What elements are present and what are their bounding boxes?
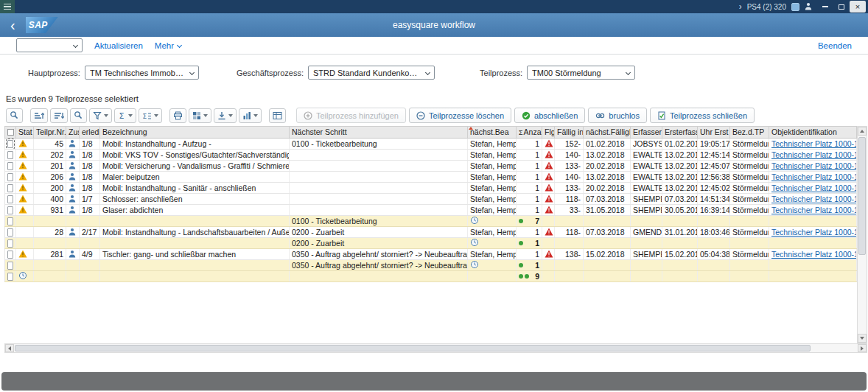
scroll-up-button[interactable] — [858, 127, 867, 136]
subtotals-button[interactable]: Σ — [139, 108, 162, 123]
scroll-left-button[interactable] — [5, 344, 14, 352]
back-button[interactable]: ‹ — [10, 18, 15, 32]
teilprozess-hinzufuegen-button[interactable]: Teilprozess hinzufügen — [296, 108, 406, 123]
teilprozess-schliessen-button[interactable]: Teilprozess schließen — [650, 108, 755, 123]
export-button[interactable] — [214, 108, 237, 123]
table-row[interactable]: 2001/8Mobil: Instandhaltung - Sanitär - … — [4, 183, 857, 194]
table-row[interactable]: 9311/8Glaser: abdichtenStefan, Hempel133… — [4, 205, 857, 216]
vertical-scroll-thumb[interactable] — [858, 137, 866, 255]
abschliessen-button[interactable]: abschließen — [514, 108, 585, 123]
column-header-ersterfassung[interactable]: Ersterfassung — [662, 127, 698, 138]
object-link[interactable]: Technischer Platz 1000-10034 — [771, 139, 857, 148]
teilprozess-combo[interactable]: TM00 Störmeldung — [527, 66, 635, 80]
details-button[interactable] — [6, 108, 23, 123]
object-link[interactable]: Technischer Platz 1000-10081 — [771, 172, 857, 181]
table-row[interactable]: 0100 - Ticketbearbeitung7 — [4, 216, 857, 227]
find-button[interactable] — [70, 108, 87, 123]
minimize-button[interactable] — [817, 1, 833, 13]
object-link[interactable]: Technischer Platz 1000-10024 — [771, 161, 857, 170]
object-link[interactable]: Technischer Platz 1000-10003 — [771, 206, 857, 214]
table-row[interactable]: 282/17Mobil: Instandhaltung - Landschaft… — [4, 227, 857, 238]
table-row[interactable]: 2011/8Mobil: Versicherung - Vandalismus … — [4, 161, 857, 172]
row-checkbox[interactable] — [7, 217, 13, 225]
table-row[interactable]: 2021/8Mobil: VKS TOV - Sonstiges/Gutacht… — [4, 150, 857, 161]
row-checkbox[interactable] — [7, 228, 13, 237]
column-header-schritt[interactable]: Nächster Schritt — [290, 127, 468, 138]
filter-bar: Hauptprozess: TM Technisches Immobilienm… — [0, 55, 868, 87]
object-link[interactable]: Technischer Platz 1000-10001 — [771, 228, 857, 237]
row-checkbox[interactable] — [7, 184, 13, 192]
hamburger-menu-icon[interactable] — [0, 0, 15, 13]
user-icon[interactable] — [805, 0, 812, 13]
table-row[interactable]: 2814/9Tischler: gang- und schließbar mac… — [4, 249, 857, 260]
column-header-flg[interactable]: Flg — [542, 127, 555, 138]
column-header-bezeichnung[interactable]: Bezeichnung — [100, 127, 290, 138]
row-checkbox[interactable] — [7, 140, 13, 148]
table-row[interactable]: 0200 - Zuarbeit1 — [4, 238, 857, 249]
sort-descending-button[interactable] — [50, 108, 68, 123]
more-menu[interactable]: Mehr — [155, 41, 181, 50]
filter-button[interactable] — [89, 108, 112, 123]
close-button[interactable]: × — [850, 1, 866, 13]
row-checkbox[interactable] — [7, 162, 13, 170]
column-header-faelligkeit[interactable]: nächst.Fälligk. — [584, 127, 631, 138]
column-header-beztp[interactable]: Bez.d.TP — [730, 127, 769, 138]
layout-settings-button[interactable] — [269, 108, 286, 123]
row-checkbox[interactable] — [7, 262, 13, 270]
maximize-button[interactable] — [833, 1, 850, 13]
horizontal-scrollbar[interactable] — [4, 343, 867, 353]
row-checkbox[interactable] — [7, 173, 13, 181]
horizontal-scroll-thumb[interactable] — [15, 345, 811, 351]
chevron-right-icon[interactable]: › — [739, 2, 742, 11]
row-checkbox[interactable] — [7, 273, 13, 281]
hauptprozess-combo[interactable]: TM Technisches Immobilienmanageme.. — [85, 66, 199, 80]
row-checkbox[interactable] — [7, 239, 13, 248]
column-header-zust[interactable]: Zust. — [66, 127, 80, 138]
scroll-right-button[interactable] — [858, 344, 867, 352]
table-row[interactable]: 451/8Mobil: Instandhaltung - Aufzug -010… — [4, 139, 857, 150]
column-header-bea[interactable]: nächst.Bea — [468, 127, 517, 138]
anzahl-value: 1 — [535, 239, 539, 248]
sort-ascending-button[interactable] — [30, 108, 48, 123]
column-header-uhr[interactable]: Uhr Erst — [698, 127, 730, 138]
vertical-scrollbar[interactable] — [857, 126, 867, 343]
table-row[interactable]: 9 — [4, 271, 857, 282]
column-header-erledigt[interactable]: erledigt — [80, 127, 100, 138]
object-link[interactable]: Technischer Platz 1000-10024 — [771, 183, 857, 192]
row-checkbox[interactable] — [7, 151, 13, 159]
refresh-link[interactable]: Aktualisieren — [94, 41, 143, 50]
row-checkbox[interactable] — [7, 206, 13, 214]
column-header-nr[interactable]: Teilpr.Nr. — [34, 127, 66, 138]
object-link[interactable]: Technischer Platz 1000-10003 — [771, 250, 857, 259]
column-header-faellig[interactable]: Fällig in — [555, 127, 584, 138]
row-checkbox[interactable] — [7, 195, 13, 203]
table-row[interactable]: 4001/7Schlosser: anschließenStefan, Hemp… — [4, 194, 857, 205]
geschaeftsprozess-combo[interactable]: STRD Standard Kundenkontakt — [308, 66, 435, 80]
select-all-header[interactable] — [4, 127, 16, 138]
column-label: Nächster Schritt — [292, 127, 347, 136]
row-checkbox[interactable] — [7, 251, 13, 259]
alert-icon — [545, 250, 553, 259]
views-button[interactable] — [189, 108, 211, 123]
gui-app-icon[interactable] — [791, 3, 799, 11]
chart-button[interactable] — [239, 108, 262, 123]
table-row[interactable]: 0350 - Auftrag abgelehnt/ storniert? -> … — [4, 260, 857, 271]
sum-button[interactable]: Σ — [114, 108, 136, 123]
object-link[interactable]: Technischer Platz 1000-10001 — [771, 150, 857, 159]
column-header-anzahl[interactable]: ΣAnzahl — [517, 127, 542, 138]
scroll-down-button[interactable] — [858, 334, 867, 343]
table-row[interactable]: 2061/8Maler: beiputzenStefan, Hempel1140… — [4, 172, 857, 183]
quick-select-combo[interactable] — [16, 38, 83, 52]
select-all-box[interactable] — [7, 129, 14, 136]
bruchlos-button[interactable]: bruchlos — [588, 108, 647, 123]
column-header-objekt[interactable]: Objektidentifikation — [769, 127, 857, 138]
warning-icon — [18, 139, 27, 149]
views-icon — [192, 111, 201, 120]
window-titlebar: › PS4 (2) 320 × — [0, 0, 868, 13]
column-header-stat[interactable]: Stat — [16, 127, 34, 138]
teilprozesse-loeschen-button[interactable]: Teilprozesse löschen — [409, 108, 511, 123]
end-link[interactable]: Beenden — [818, 41, 852, 50]
object-link[interactable]: Technischer Platz 1000-10081 — [771, 195, 857, 203]
print-button[interactable] — [169, 108, 186, 123]
column-header-erfasser[interactable]: Erfasser — [631, 127, 662, 138]
